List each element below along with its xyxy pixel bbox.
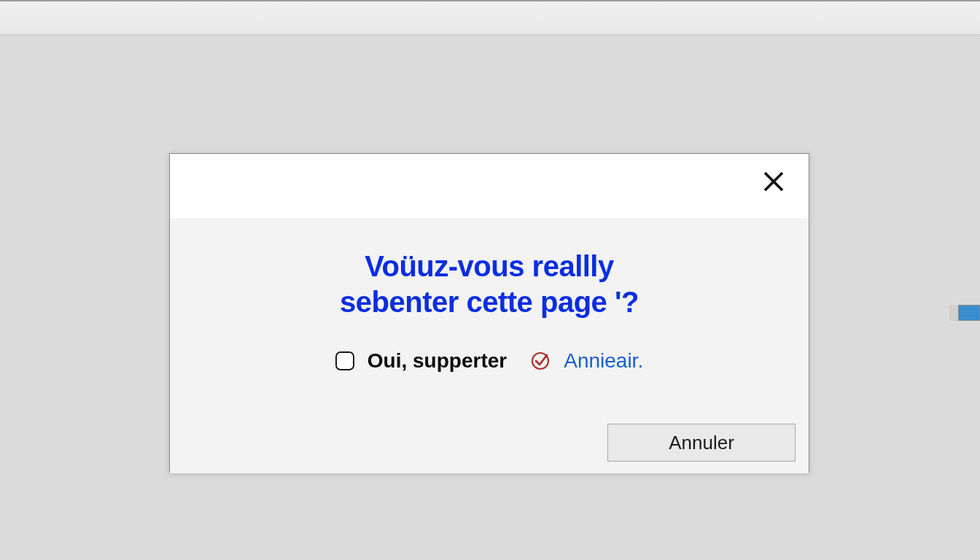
scrollbar-thumb[interactable] bbox=[958, 305, 980, 321]
close-icon bbox=[762, 170, 785, 193]
content-background: Voüuz-vous reallly sebenter cette page '… bbox=[0, 35, 980, 560]
option-yes-label: Oui, supperter bbox=[368, 349, 507, 373]
cancel-button[interactable]: Annuler bbox=[607, 424, 796, 462]
dialog-header bbox=[170, 154, 809, 218]
dialog-footer: Annuler bbox=[607, 424, 796, 462]
checkmark-circle-icon[interactable] bbox=[530, 351, 551, 371]
dialog-body: Voüuz-vous reallly sebenter cette page '… bbox=[170, 218, 809, 473]
checkbox-unchecked-icon[interactable] bbox=[335, 351, 354, 370]
option-annieair-label: Annieair. bbox=[564, 349, 643, 373]
dialog-title-line1: Voüuz-vous reallly bbox=[170, 249, 809, 284]
confirmation-dialog: Voüuz-vous reallly sebenter cette page '… bbox=[169, 153, 809, 472]
dialog-title-line2: sebenter cette page '? bbox=[170, 284, 809, 320]
dialog-title: Voüuz-vous reallly sebenter cette page '… bbox=[170, 249, 809, 320]
window-titlebar bbox=[0, 0, 980, 35]
option-yes[interactable]: Oui, supperter bbox=[335, 349, 507, 373]
option-annieair[interactable]: Annieair. bbox=[530, 349, 643, 373]
close-button[interactable] bbox=[759, 167, 788, 196]
scrollbar-track[interactable] bbox=[949, 305, 958, 321]
options-row: Oui, supperter Annieair. bbox=[170, 349, 809, 373]
